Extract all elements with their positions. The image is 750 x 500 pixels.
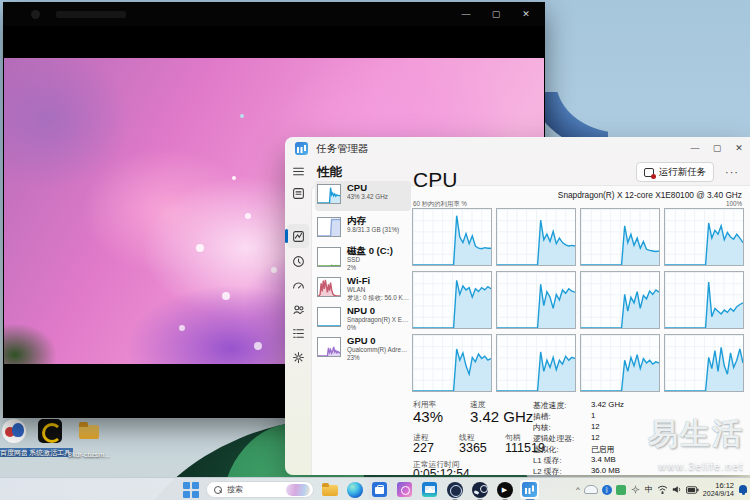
- baidu-netdisk-icon: [2, 419, 26, 443]
- panel-card-cpu[interactable]: CPU 43% 3.42 GHz: [315, 181, 411, 211]
- cpu-core-chart-3: [580, 208, 660, 266]
- cpu-heading: CPU: [413, 168, 457, 192]
- sidebar-item-services[interactable]: [290, 349, 306, 365]
- maximize-button[interactable]: ▢: [481, 2, 511, 26]
- taskbar-mail[interactable]: [420, 480, 439, 499]
- sidebar-item-startup-apps[interactable]: [290, 277, 306, 293]
- start-button[interactable]: [181, 480, 200, 499]
- stat-value-uptime: 0:05:12:54: [413, 467, 470, 475]
- more-options-button[interactable]: ···: [722, 162, 742, 182]
- titlebar-title-text: [56, 11, 126, 18]
- cpu-core-chart-12: [664, 334, 744, 392]
- play-icon: ▶: [497, 482, 513, 498]
- panel-card-memory[interactable]: 内存 9.8/31.3 GB (31%): [315, 214, 411, 244]
- wifi-thumbnail-chart: [318, 278, 340, 296]
- cpu-core-chart-9: [412, 334, 492, 392]
- store-icon: [372, 482, 387, 497]
- taskbar-photos[interactable]: [395, 480, 414, 499]
- cpu-model-name: Snapdragon(R) X 12-core X1E80100 @ 3.40 …: [495, 190, 742, 200]
- photos-icon: [397, 482, 412, 497]
- cpu-core-chart-2: [496, 208, 576, 266]
- detail-value-cores: 12: [591, 422, 600, 431]
- cpu-core-chart-5: [412, 271, 492, 329]
- gpu-thumbnail-chart: [318, 338, 340, 356]
- search-highlight-image: [286, 484, 310, 496]
- close-button[interactable]: ✕: [728, 137, 750, 159]
- run-new-task-button[interactable]: 运行新任务: [636, 162, 715, 182]
- tray-gear-icon[interactable]: [630, 481, 641, 499]
- nav-selected-indicator: [285, 229, 288, 243]
- taskbar-file-explorer[interactable]: [320, 480, 339, 499]
- taskbar-media-player[interactable]: ▶: [495, 480, 514, 499]
- desktop-icon-folder[interactable]: 8kdr-cbzsm...: [66, 419, 112, 461]
- maximize-button[interactable]: ▢: [706, 137, 728, 159]
- menu-icon[interactable]: [290, 163, 306, 179]
- cpu-stats: 利用率 43% 速度 3.42 GHz 进程 227 线程 3365 句柄 11…: [413, 399, 743, 474]
- minimize-button[interactable]: —: [451, 2, 481, 26]
- detail-label: L1 缓存:: [533, 455, 562, 466]
- detail-label: 逻辑处理器:: [533, 433, 574, 444]
- notification-bell-icon[interactable]: [738, 484, 748, 495]
- page-title-performance: 性能: [317, 164, 342, 181]
- panel-card-npu[interactable]: NPU 0 Snapdragon(R) X Eli... 0%: [315, 304, 411, 334]
- detail-value-sockets: 1: [591, 411, 595, 420]
- cpu-core-chart-10: [496, 334, 576, 392]
- minimize-button[interactable]: —: [684, 137, 706, 159]
- yellow-ring-icon: [38, 419, 62, 443]
- panel-card-wifi[interactable]: Wi-Fi WLAN 发送: 0 接收: 56.0 Kbp: [315, 274, 411, 304]
- task-manager-window: 任务管理器 — ▢ ✕ 性能 运行新任务 ···: [285, 137, 750, 475]
- cpu-core-chart-8: [664, 271, 744, 329]
- disk-thumbnail-chart: [318, 248, 340, 266]
- taskbar-steam[interactable]: [470, 480, 489, 499]
- taskbar-search-input[interactable]: 搜索: [206, 481, 314, 498]
- onedrive-cloud-icon[interactable]: [584, 485, 598, 494]
- wifi-icon[interactable]: [657, 485, 668, 494]
- tray-app-icon[interactable]: [616, 485, 626, 495]
- run-new-task-icon: [644, 168, 654, 177]
- panel-card-disk[interactable]: 磁盘 0 (C:) SSD 2%: [315, 244, 411, 274]
- npu-thumbnail-chart: [318, 308, 340, 326]
- desktop-icon-label: 百度网盘: [0, 448, 30, 457]
- cpu-core-chart-11: [580, 334, 660, 392]
- cpu-core-chart-1: [412, 208, 492, 266]
- task-manager-sidebar: [285, 160, 311, 475]
- ime-indicator[interactable]: 中: [645, 484, 653, 495]
- battery-icon[interactable]: [686, 486, 699, 494]
- volume-icon[interactable]: [672, 485, 682, 494]
- tray-date: 2024/9/14: [703, 490, 734, 498]
- detail-value-l2-cache: 36.0 MB: [591, 466, 620, 475]
- folder-icon: [77, 419, 101, 443]
- sidebar-item-app-history[interactable]: [290, 253, 306, 269]
- taskbar-store[interactable]: [370, 480, 389, 499]
- hidden-icons-chevron[interactable]: ^: [576, 485, 580, 494]
- sidebar-item-details[interactable]: [290, 325, 306, 341]
- cpu-core-chart-4: [664, 208, 744, 266]
- sidebar-item-processes[interactable]: [290, 185, 306, 201]
- detail-label: L2 缓存:: [533, 466, 562, 475]
- bluetooth-icon[interactable]: ᛒ: [602, 485, 612, 495]
- taskbar: 搜索 ▶ ^ ᛒ 中 16:12 2024/9/14: [0, 477, 750, 500]
- sidebar-item-users[interactable]: [290, 301, 306, 317]
- task-manager-titlebar[interactable]: 任务管理器: [285, 137, 750, 160]
- detail-value-l1-cache: 3.4 MB: [591, 455, 616, 464]
- window-title: 任务管理器: [316, 142, 369, 156]
- taskbar-edge[interactable]: [345, 480, 364, 499]
- axis-max-label: 100%: [726, 200, 742, 207]
- cpu-core-chart-7: [580, 271, 660, 329]
- edge-icon: [347, 482, 363, 498]
- panel-card-gpu[interactable]: GPU 0 Qualcomm(R) Adren... 23%: [315, 334, 411, 364]
- titlebar-app-icon: [31, 10, 40, 19]
- detail-label: 基准速度:: [533, 400, 566, 411]
- detail-label: 插槽:: [533, 411, 551, 422]
- taskbar-task-manager[interactable]: [520, 480, 539, 499]
- stat-value-speed: 3.42 GHz: [470, 408, 533, 425]
- cpu-core-chart-6: [496, 271, 576, 329]
- sidebar-item-performance[interactable]: [290, 228, 306, 244]
- detail-label: 虚拟化:: [533, 444, 559, 455]
- task-manager-icon: [522, 482, 537, 497]
- clock[interactable]: 16:12 2024/9/14: [703, 482, 734, 498]
- mail-icon: [422, 482, 437, 497]
- cpu-core-grid: [412, 208, 744, 392]
- close-button[interactable]: ✕: [511, 2, 541, 26]
- taskbar-clock-app[interactable]: [445, 480, 464, 499]
